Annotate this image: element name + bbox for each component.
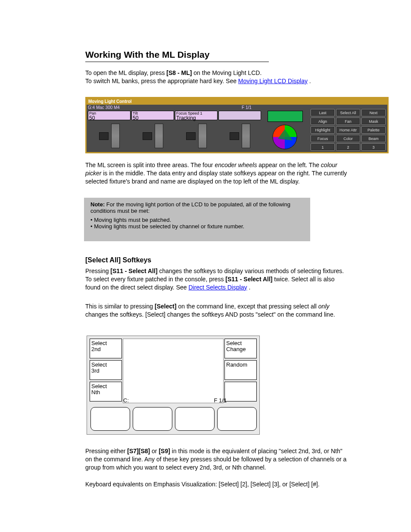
encoder-wheel-2[interactable] bbox=[155, 124, 163, 148]
encoder-wheel-1[interactable] bbox=[111, 124, 120, 148]
encoder-pad[interactable] bbox=[143, 132, 152, 140]
encoder-softkey-1[interactable] bbox=[90, 407, 130, 431]
encoder-row bbox=[88, 122, 261, 150]
note-strong: Note: bbox=[90, 201, 105, 208]
attr-box-pan[interactable]: Pan 50 bbox=[88, 111, 131, 120]
encoder-wheel-3[interactable] bbox=[198, 124, 207, 148]
softkeys-panel: Select2nd Select3rd SelectNth SelectChan… bbox=[87, 336, 260, 435]
sk-p1d: [S11 - Select All] bbox=[225, 276, 272, 283]
softkey-label: Select2nd bbox=[91, 340, 107, 352]
link-ml-lcd-display[interactable]: Moving Light LCD Display bbox=[238, 78, 308, 84]
mlc-btn-page-3[interactable]: 3 bbox=[361, 143, 386, 151]
mlc-btn-beam[interactable]: Beam bbox=[361, 135, 386, 142]
attr-label: Pan bbox=[89, 112, 129, 115]
intro-1a: To open the ML display, press bbox=[85, 69, 166, 76]
tail-paragraph-2: Keyboard equivalents on Emphasis Visuali… bbox=[85, 480, 348, 488]
tail-1sa: [S7][S8] bbox=[127, 448, 150, 454]
attr-box-empty[interactable] bbox=[218, 111, 261, 120]
attr-value: 50 bbox=[89, 115, 129, 121]
mid-info-right-2: F 1/1 bbox=[214, 397, 227, 404]
sk-p2em: only bbox=[318, 303, 330, 310]
mlc-btn-mask[interactable]: Mask bbox=[361, 118, 386, 125]
sk-p2c: changes the softkeys. [Select] changes t… bbox=[85, 311, 335, 318]
attr-value: 50 bbox=[133, 115, 173, 121]
attr-box-tilt[interactable]: Tilt 50 bbox=[131, 111, 174, 120]
sk-p2b: on the command line, except that pressin… bbox=[178, 303, 318, 310]
sk-p1a: Pressing bbox=[85, 268, 110, 274]
af-1b: appear on the left. The bbox=[258, 162, 321, 168]
mlc-btn-highlight[interactable]: Highlight bbox=[311, 126, 335, 134]
softkey-random[interactable]: Random bbox=[224, 360, 257, 380]
tail-1b: or bbox=[152, 448, 159, 454]
softkeys-mid-info-layer: C: F 1/1 bbox=[123, 397, 227, 404]
after-fig1-paragraph: The ML screen is split into three areas.… bbox=[85, 161, 348, 186]
attribute-row: Pan 50 Tilt 50 Focus Speed 1 Tracking bbox=[88, 111, 261, 120]
af-1em: encoder wheels bbox=[215, 162, 257, 168]
mlc-btn-select-all[interactable]: Select All bbox=[336, 109, 360, 116]
attr-label: Tilt bbox=[133, 112, 173, 115]
mlc-btn-align[interactable]: Align bbox=[311, 118, 335, 125]
encoder-softkey-4[interactable] bbox=[217, 407, 257, 431]
colour-wheel[interactable] bbox=[272, 124, 298, 150]
af-2b: is in the middle. The data entry and dis… bbox=[85, 170, 347, 185]
softkey-label: Select3rd bbox=[91, 361, 107, 374]
mlc-btn-color[interactable]: Color bbox=[336, 135, 360, 142]
mlc-btn-fan[interactable]: Fan bbox=[336, 118, 360, 125]
mlc-status-right: F 1/1 bbox=[242, 105, 252, 110]
note-box-text: Note: For the moving light portion of th… bbox=[90, 201, 306, 230]
mlc-status-left: G:4 Mac 300 M4 bbox=[88, 105, 264, 110]
encoder-pad[interactable] bbox=[230, 132, 239, 140]
softkey-select-change[interactable]: SelectChange bbox=[224, 339, 257, 358]
mlc-btn-palette[interactable]: Palette bbox=[361, 126, 386, 134]
mlc-btn-next[interactable]: Next bbox=[361, 109, 386, 116]
intro-1c: on the Moving Light LCD. bbox=[193, 69, 262, 76]
note-bullet-2: • Moving lights must be selected by chan… bbox=[90, 223, 306, 230]
select-all-p2: This is similar to pressing [Select] on … bbox=[85, 302, 348, 319]
select-all-heading: [Select All] Softkeys bbox=[85, 256, 151, 264]
sk-p1b: [S11 - Select All] bbox=[110, 268, 157, 274]
af-1a: The ML screen is split into three areas.… bbox=[85, 162, 215, 168]
softkey-select-nth[interactable]: SelectNth bbox=[90, 382, 122, 401]
intro-1b: [S8 - ML] bbox=[166, 69, 192, 76]
colour-swatch[interactable] bbox=[268, 111, 303, 122]
attr-box-focus-speed[interactable]: Focus Speed 1 Tracking bbox=[175, 111, 218, 120]
section-title: Working With the ML Display bbox=[85, 50, 209, 60]
sk-p1f: . bbox=[249, 284, 251, 291]
mid-info-left-2: C: bbox=[123, 397, 129, 404]
mlc-btn-page-1[interactable]: 1 bbox=[311, 143, 335, 151]
tail-1a: Pressing either bbox=[85, 448, 127, 454]
mlc-btn-focus[interactable]: Focus bbox=[311, 135, 335, 142]
mlc-btn-home-attr[interactable]: Home Attr bbox=[336, 126, 360, 134]
softkey-label: SelectNth bbox=[91, 383, 107, 395]
intro-2b: . bbox=[309, 78, 311, 84]
encoder-softkey-3[interactable] bbox=[175, 407, 215, 431]
encoder-pad[interactable] bbox=[186, 132, 196, 140]
section-underline bbox=[85, 61, 269, 62]
attr-value: Tracking bbox=[176, 115, 216, 121]
sk-p2a: This is similar to pressing bbox=[85, 303, 155, 310]
tail-1sb: [S9] bbox=[159, 448, 170, 454]
note-bullet-1: • Moving lights must be patched. bbox=[90, 217, 306, 223]
note-text: For the moving light portion of the LCD … bbox=[90, 201, 290, 214]
encoder-softkey-2[interactable] bbox=[133, 407, 172, 431]
softkey-label: Random bbox=[226, 361, 247, 368]
mlc-panel-title: Moving Light Control bbox=[87, 98, 387, 105]
softkey-select-2nd[interactable]: Select2nd bbox=[90, 339, 122, 358]
mlc-btn-page-2[interactable]: 2 bbox=[336, 143, 360, 151]
intro-2a: To switch ML banks, press the appropriat… bbox=[85, 78, 238, 84]
encoder-wheel-4[interactable] bbox=[242, 124, 250, 148]
mlc-btn-last[interactable]: Last bbox=[311, 109, 335, 116]
tail-paragraph-1: Pressing either [S7][S8] or [S9] in this… bbox=[85, 447, 348, 472]
mlc-panel: Moving Light Control G:4 Mac 300 M4 F 1/… bbox=[85, 97, 389, 153]
intro-paragraph: To open the ML display, press [S8 - ML] … bbox=[85, 69, 348, 85]
softkey-label: SelectChange bbox=[226, 340, 246, 352]
sk-p2s: [Select] bbox=[155, 303, 177, 310]
softkey-blank[interactable] bbox=[224, 382, 257, 401]
softkey-select-3rd[interactable]: Select3rd bbox=[90, 360, 122, 380]
select-all-p1: Pressing [S11 - Select All] changes the … bbox=[85, 267, 348, 292]
link-direct-selects[interactable]: Direct Selects Display bbox=[188, 284, 247, 291]
encoder-pad[interactable] bbox=[99, 132, 109, 140]
